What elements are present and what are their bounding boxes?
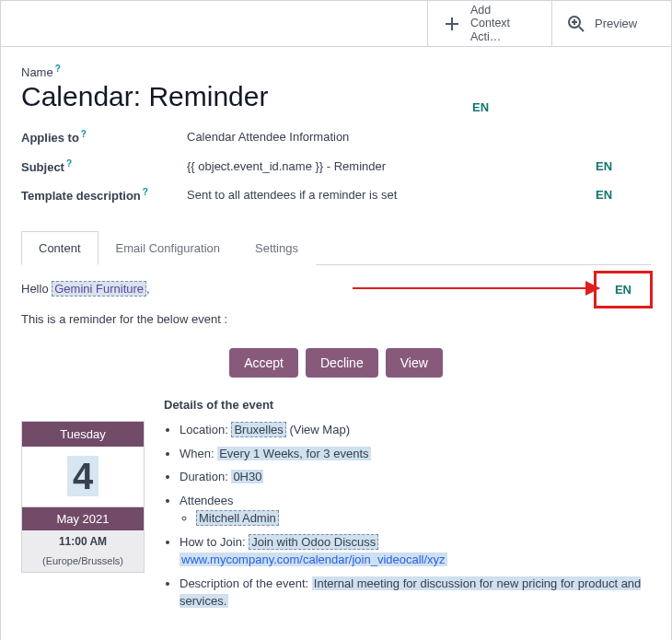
details-heading: Details of the event <box>164 398 651 412</box>
applies-to-label: Applies to? <box>21 129 187 145</box>
form-content: Name? Calendar: Reminder EN Applies to? … <box>1 47 671 640</box>
subject-lang-badge[interactable]: EN <box>596 159 651 173</box>
calendar-dow: Tuesday <box>22 422 144 447</box>
plus-icon <box>443 15 461 33</box>
name-field-value[interactable]: Calendar: Reminder <box>21 81 472 112</box>
dynamic-placeholder-partner: Gemini Furniture <box>52 281 146 297</box>
detail-howto: How to Join: Join with Odoo Discusswww.m… <box>180 533 651 569</box>
add-context-label: Add Context Acti… <box>470 4 537 43</box>
name-lang-badge[interactable]: EN <box>472 100 489 114</box>
accept-button[interactable]: Accept <box>229 348 298 378</box>
help-icon[interactable]: ? <box>81 129 87 139</box>
calendar-day: 4 <box>22 447 144 507</box>
add-context-action-button[interactable]: Add Context Acti… <box>427 1 551 46</box>
tab-row: Content Email Configuration Settings <box>21 230 651 265</box>
help-icon[interactable]: ? <box>66 158 72 169</box>
body-lang-badge[interactable]: EN <box>594 271 653 308</box>
view-button[interactable]: View <box>386 348 443 378</box>
detail-when: When: Every 1 Weeks, for 3 events <box>180 445 651 463</box>
subject-label: Subject? <box>21 158 187 174</box>
preview-button[interactable]: Preview <box>551 1 671 46</box>
top-toolbar: Add Context Acti… Preview <box>1 1 671 47</box>
template-desc-label: Template description? <box>21 187 187 203</box>
name-field-label: Name? <box>21 64 472 79</box>
calendar-time: 11:00 AM <box>22 530 144 553</box>
reminder-text: This is a reminder for the below event : <box>21 312 651 326</box>
detail-attendees: Attendees Mitchell Admin <box>180 492 651 528</box>
help-icon[interactable]: ? <box>55 64 61 74</box>
subject-value[interactable]: {{ object.event_id.name }} - Reminder <box>187 159 596 173</box>
tab-email-configuration[interactable]: Email Configuration <box>98 231 238 265</box>
email-body-editor[interactable]: EN Hello Gemini Furniture, This is a rem… <box>21 265 651 616</box>
tab-settings[interactable]: Settings <box>238 231 316 265</box>
template-desc-lang-badge[interactable]: EN <box>596 188 651 202</box>
join-url[interactable]: www.mycompany.com/calendar/join_videocal… <box>180 553 447 566</box>
decline-button[interactable]: Decline <box>306 348 378 378</box>
annotation-arrow <box>353 287 599 289</box>
detail-location: Location: Bruxelles (View Map) <box>180 421 651 439</box>
detail-description: Description of the event: Internal meeti… <box>180 575 651 611</box>
rsvp-button-row: Accept Decline View <box>21 348 651 378</box>
calendar-timezone: (Europe/Brussels) <box>22 553 144 572</box>
attendee-item: Mitchell Admin <box>196 509 651 528</box>
calendar-month: May 2021 <box>22 507 144 530</box>
preview-label: Preview <box>595 17 637 30</box>
event-details-list: Location: Bruxelles (View Map) When: Eve… <box>163 421 651 616</box>
form-frame: Add Context Acti… Preview Name? Calendar… <box>0 0 672 640</box>
applies-to-value[interactable]: Calendar Attendee Information <box>187 130 596 144</box>
magnify-plus-icon <box>567 15 585 33</box>
help-icon[interactable]: ? <box>143 187 148 197</box>
detail-duration: Duration: 0H30 <box>180 468 651 486</box>
calendar-widget: Tuesday 4 May 2021 11:00 AM (Europe/Brus… <box>21 421 145 573</box>
tab-content[interactable]: Content <box>21 231 98 265</box>
template-desc-value[interactable]: Sent to all attendees if a reminder is s… <box>187 188 596 202</box>
